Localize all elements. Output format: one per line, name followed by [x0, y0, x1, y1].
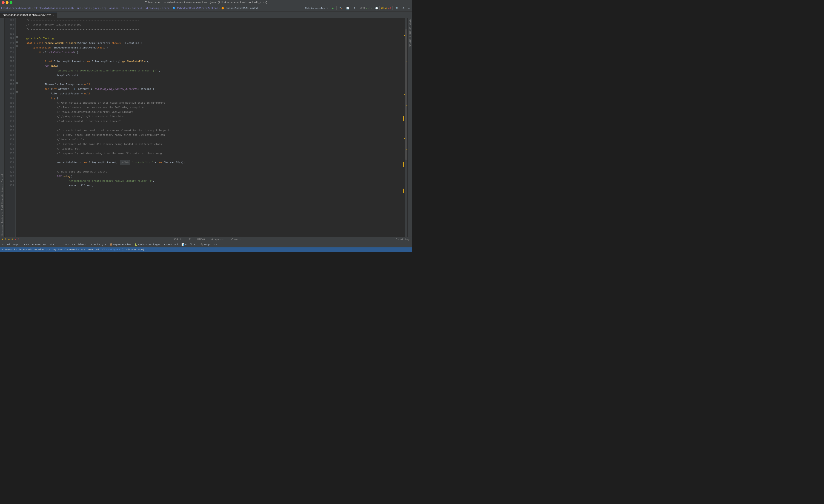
fold-icon-895[interactable]: –	[16, 45, 18, 47]
toolbar-problems[interactable]: ⚠ Problems	[71, 243, 87, 247]
breadcrumb-state[interactable]: state	[162, 7, 170, 10]
code-line-900: tempDirParent);	[18, 73, 404, 78]
breadcrumb-class[interactable]: 🔷 EmbeddedRocksDBStateBackend	[173, 7, 218, 10]
code-line-911	[18, 124, 404, 128]
git-icon: ⎇	[49, 243, 52, 246]
search-button[interactable]: 🔍	[394, 6, 400, 11]
status-git-branch[interactable]: ⎇ master	[229, 238, 244, 241]
toolbar-tool-output[interactable]: ⚙ Tool Output	[1, 243, 22, 247]
git-check3-icon: ✓	[371, 7, 372, 10]
settings-button[interactable]: ⚙	[401, 6, 406, 11]
fold-icon-903[interactable]: –	[16, 82, 18, 84]
warning-count[interactable]: ▲8	[381, 7, 384, 9]
fold-icon-905[interactable]: –	[16, 92, 18, 93]
line-num-900: 900	[5, 73, 14, 78]
line-num-898: 898	[5, 64, 14, 69]
breadcrumb-method[interactable]: 🔶 ensureRocksDBIsLoaded	[221, 7, 258, 10]
code-line-888: // -------------------------------------…	[18, 18, 404, 22]
status-warning-count[interactable]: 8	[5, 238, 6, 241]
profiler-icon: 📊	[181, 243, 184, 246]
toolbar-todo[interactable]: ✓ TODO	[59, 243, 70, 247]
sync-button[interactable]: 🔄	[345, 6, 351, 11]
tab-close-icon[interactable]: ✕	[53, 14, 54, 16]
status-indent[interactable]: 4 spaces	[211, 238, 224, 241]
toolbar-git[interactable]: ⎇ Git	[48, 243, 59, 247]
breadcrumb-src[interactable]: src	[77, 7, 81, 10]
code-line-922: LOG.debug(	[18, 174, 404, 179]
toolbar-endpoints[interactable]: 🔌 Endpoints	[199, 243, 218, 247]
breadcrumb-contrib[interactable]: contrib	[132, 7, 142, 10]
right-panel-sciview[interactable]: SciView	[409, 38, 411, 48]
toolbar-dependencies[interactable]: 📦 Dependencies	[108, 243, 132, 247]
toolbar-antlr-preview[interactable]: ◆ ANTLR Preview	[23, 243, 47, 247]
scroll-thumb[interactable]	[405, 29, 407, 160]
git-check2-icon: ✓	[368, 7, 370, 10]
status-position[interactable]: 934:1	[173, 238, 182, 241]
toolbar-terminal[interactable]: ▶ Terminal	[163, 243, 179, 247]
line-num-911: 911	[5, 124, 14, 128]
fold-icon-893[interactable]: –	[16, 36, 18, 38]
todo-label: TODO	[62, 243, 68, 246]
left-panel-structure[interactable]: Structure	[1, 224, 3, 237]
toolbar-checkstyle[interactable]: ✓ CheckStyle	[88, 243, 108, 247]
status-event-log[interactable]: Event Log	[395, 238, 410, 241]
traffic-lights[interactable]	[2, 1, 12, 4]
left-panel-bookmarks[interactable]: Bookmarks	[1, 211, 3, 224]
breadcrumb-apache[interactable]: apache	[109, 7, 119, 10]
line-num-901: 901	[5, 78, 14, 82]
line-num-924: 924	[5, 183, 14, 188]
right-panel-maven[interactable]: Maven	[409, 18, 411, 26]
left-panel-project[interactable]: Project	[1, 173, 3, 183]
code-line-910: // already loaded in another class loade…	[18, 119, 404, 124]
breadcrumb-java[interactable]: java	[93, 7, 99, 10]
commit-button[interactable]: ⬆	[352, 6, 356, 11]
status-warning2-count[interactable]: 5	[11, 238, 13, 241]
left-panel-commit[interactable]: Commit	[1, 183, 3, 193]
toolbar-python-packages[interactable]: 🐍 Python Packages	[133, 243, 162, 247]
breadcrumb-org[interactable]: org	[102, 7, 106, 10]
run-config-dropdown[interactable]: FieldAccessorTest ▼	[304, 6, 329, 11]
fold-icon-894[interactable]: –	[16, 41, 18, 43]
toolbar-separator-4	[379, 6, 380, 10]
breadcrumb-streaming[interactable]: streaming	[145, 7, 159, 10]
code-line-919: rocksLibFolder = new File(tempDirParent,…	[18, 160, 404, 165]
python-icon: 🐍	[134, 243, 137, 246]
tab-embeddedrocksdb[interactable]: EmbeddedRocksDBStateBackend.java ✕	[0, 12, 57, 18]
code-line-924: rocksLibFolder);	[18, 183, 404, 188]
warning-count2[interactable]: ▲5	[385, 7, 387, 9]
build-button[interactable]: 🔨	[338, 6, 344, 11]
code-editor: 888 889 890 891 892 893 894 895 896 897 …	[5, 18, 407, 237]
vertical-scrollbar[interactable]	[405, 18, 407, 237]
more-button[interactable]: ≡	[407, 6, 411, 11]
code-line-909: // /path/to/temp/dir/librocksdbini-linux…	[18, 114, 404, 119]
git-label-bottom: Git	[53, 243, 57, 246]
status-error-count[interactable]: 9	[18, 238, 19, 241]
frameworks-bar: Frameworks detected: Angular CLI, Python…	[0, 247, 412, 252]
run-button[interactable]: ▶	[330, 6, 335, 11]
right-panel-database[interactable]: Database	[409, 26, 411, 38]
python-label: Python Packages	[138, 243, 161, 246]
status-bar: ▲ 8 ▲ 5 ✖ 9 934:1 | LF | UTF-8 | 4 space…	[0, 237, 412, 242]
breadcrumb-flink-state-backends[interactable]: flink-state-backends	[1, 7, 31, 10]
left-panel-pullrequests[interactable]: Pull Requests	[1, 193, 3, 211]
fold-gutter: – – – – –	[16, 18, 18, 237]
profiler-label: Profiler	[185, 243, 197, 246]
configure-link[interactable]: Configure	[106, 248, 120, 251]
breadcrumb-flink[interactable]: flink	[121, 7, 129, 10]
toolbar-profiler[interactable]: 📊 Profiler	[180, 243, 198, 247]
maximize-button[interactable]	[10, 1, 12, 4]
clock-icon: 🕐	[375, 7, 378, 10]
status-line-ending[interactable]: LF	[187, 238, 191, 241]
line-num-923: 923	[5, 179, 14, 183]
close-button[interactable]	[2, 1, 5, 4]
error-count[interactable]: ✖9	[388, 7, 391, 10]
code-line-907: // class loaders, then we can see the fo…	[18, 105, 404, 110]
breadcrumb-main[interactable]: main	[84, 7, 90, 10]
status-encoding[interactable]: UTF-8	[197, 238, 206, 241]
minimize-button[interactable]	[6, 1, 8, 4]
breadcrumb: flink-state-backends › flink-statebacken…	[1, 5, 303, 11]
endpoints-icon: 🔌	[200, 243, 203, 246]
line-num-914: 914	[5, 137, 14, 142]
breadcrumb-statebackend-rocksdb[interactable]: flink-statebackend-rocksdb	[34, 7, 74, 10]
dependencies-label: Dependencies	[113, 243, 131, 246]
